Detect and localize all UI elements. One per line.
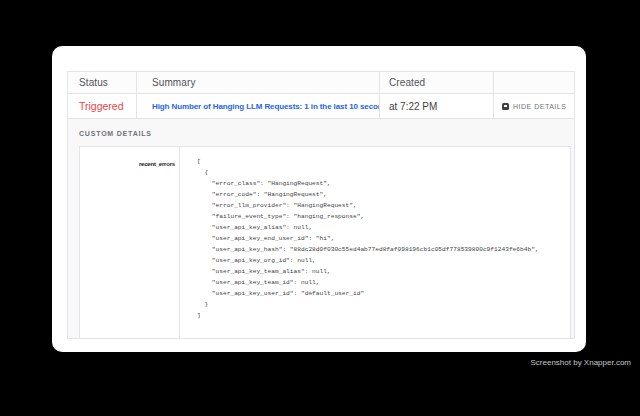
created-text: at 7:22 PM (389, 101, 437, 112)
column-header-summary: Summary (136, 72, 379, 93)
alert-summary-link[interactable]: High Number of Hanging LLM Requests: 1 i… (152, 102, 379, 111)
summary-cell: High Number of Hanging LLM Requests: 1 i… (136, 94, 379, 118)
field-key-label: recent_errors (139, 161, 175, 167)
hide-details-label: HIDE DETAILS (513, 103, 566, 110)
column-header-actions (493, 72, 574, 93)
column-header-created: Created (379, 72, 493, 93)
row-details-panel: CUSTOM DETAILS recent_errors [ { "error_… (68, 119, 574, 338)
screen-background: Status Summary Created Triggered High Nu… (0, 0, 640, 416)
column-header-status: Status (68, 72, 136, 93)
field-key-cell: recent_errors (80, 147, 180, 338)
table-header-row: Status Summary Created (68, 72, 574, 94)
status-badge: Triggered (79, 100, 124, 112)
alerts-table: Status Summary Created Triggered High Nu… (67, 71, 575, 339)
alert-details-card: Status Summary Created Triggered High Nu… (52, 46, 586, 352)
watermark: Screenshot by Xnapper.com (530, 358, 631, 367)
field-value-json: [ { "error_class": "HangingRequest", "er… (180, 147, 570, 338)
actions-cell: HIDE DETAILS (493, 94, 574, 118)
custom-details-table: recent_errors [ { "error_class": "Hangin… (79, 146, 571, 339)
hide-details-button[interactable]: HIDE DETAILS (502, 103, 566, 110)
custom-details-heading: CUSTOM DETAILS (79, 130, 570, 137)
table-row: Triggered High Number of Hanging LLM Req… (68, 94, 574, 119)
status-cell: Triggered (68, 94, 136, 118)
created-cell: at 7:22 PM (379, 94, 493, 118)
minus-square-icon (502, 103, 509, 110)
